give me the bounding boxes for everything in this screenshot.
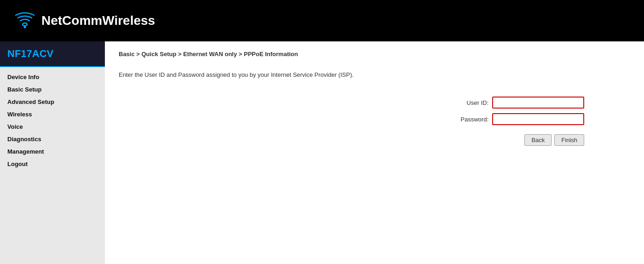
sidebar-item-basic-setup[interactable]: Basic Setup — [0, 83, 105, 96]
breadcrumb: Basic > Quick Setup > Ethernet WAN only … — [119, 51, 630, 57]
logo-text: NetCommWireless — [41, 13, 155, 28]
svg-point-1 — [24, 26, 26, 29]
svg-point-0 — [23, 23, 27, 26]
device-name: NF17ACV — [0, 41, 105, 67]
back-button[interactable]: Back — [524, 134, 552, 146]
sidebar-item-voice[interactable]: Voice — [0, 121, 105, 133]
main-content: Basic > Quick Setup > Ethernet WAN only … — [105, 41, 644, 264]
password-label: Password: — [452, 116, 489, 123]
sidebar-item-logout[interactable]: Logout — [0, 158, 105, 170]
sidebar-item-management[interactable]: Management — [0, 145, 105, 158]
sidebar-item-advanced-setup[interactable]: Advanced Setup — [0, 96, 105, 108]
form-area: User ID: Password: Back Finish — [119, 97, 630, 146]
layout: NF17ACV Device Info Basic Setup Advanced… — [0, 41, 644, 264]
nav-list: Device Info Basic Setup Advanced Setup W… — [0, 67, 105, 174]
logo: NetCommWireless — [14, 10, 155, 32]
netcomm-logo-icon — [14, 10, 36, 32]
sidebar-item-wireless[interactable]: Wireless — [0, 108, 105, 121]
password-row: Password: — [452, 113, 584, 125]
logo-bold: Wireless — [102, 13, 155, 28]
description: Enter the User ID and Password assigned … — [119, 71, 630, 78]
header: NetCommWireless — [0, 0, 644, 41]
password-input[interactable] — [492, 113, 584, 125]
user-id-label: User ID: — [452, 99, 489, 106]
user-id-row: User ID: — [452, 97, 584, 109]
logo-normal: NetComm — [41, 13, 102, 28]
sidebar: NF17ACV Device Info Basic Setup Advanced… — [0, 41, 105, 264]
user-id-input[interactable] — [492, 97, 584, 109]
sidebar-item-diagnostics[interactable]: Diagnostics — [0, 133, 105, 145]
button-row: Back Finish — [524, 134, 584, 146]
finish-button[interactable]: Finish — [554, 134, 584, 146]
sidebar-item-device-info[interactable]: Device Info — [0, 71, 105, 83]
